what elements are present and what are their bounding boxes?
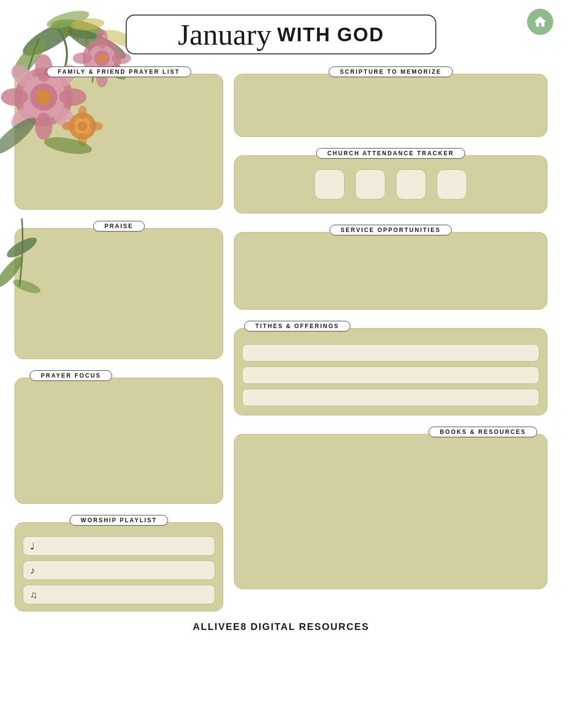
playlist-row-1[interactable]: ♩ [23, 536, 215, 556]
praise-section: PRAISE [15, 228, 223, 359]
prayer-focus-section: PRAYER FOCUS [15, 378, 223, 504]
playlist-row-3[interactable]: ♫ [23, 585, 215, 604]
books-label: BOOKS & RESOURCES [429, 427, 537, 437]
home-icon [533, 15, 547, 29]
worship-label: WORSHIP PLAYLIST [69, 515, 168, 526]
service-section: SERVICE OPPORTUNITIES [234, 232, 547, 310]
prayer-list-label: FAMILY & FRIEND PRAYER LIST [47, 66, 191, 77]
svg-point-0 [18, 16, 79, 62]
playlist-row-2[interactable]: ♪ [23, 561, 215, 580]
attendance-check-2[interactable] [355, 169, 385, 199]
tithe-row-2[interactable] [242, 366, 539, 384]
home-button[interactable] [527, 9, 553, 35]
attendance-label: CHURCH ATTENDANCE TRACKER [316, 148, 465, 159]
scripture-label: SCRIPTURE TO MEMORIZE [329, 66, 453, 77]
praise-label: PRAISE [93, 221, 145, 232]
title-sans: WITH GOD [277, 24, 384, 46]
attendance-section: CHURCH ATTENDANCE TRACKER [234, 155, 547, 214]
svg-point-7 [70, 17, 105, 32]
attendance-check-4[interactable] [437, 169, 467, 199]
main-layout: FAMILY & FRIEND PRAYER LIST PRAISE PRAYE… [15, 63, 547, 612]
svg-point-28 [112, 52, 131, 64]
scripture-section: SCRIPTURE TO MEMORIZE [234, 74, 547, 137]
tithes-section: TITHES & OFFERINGS [234, 328, 547, 415]
svg-point-27 [73, 52, 92, 64]
svg-point-3 [65, 22, 129, 65]
tithe-row-3[interactable] [242, 389, 539, 406]
prayer-focus-label: PRAYER FOCUS [30, 370, 112, 381]
music-note-3: ♫ [30, 589, 37, 600]
music-note-2: ♪ [30, 565, 35, 576]
footer-text: ALLIVEE8 DIGITAL RESOURCES [193, 621, 369, 632]
attendance-check-3[interactable] [396, 169, 426, 199]
title-box: January WITH GOD [126, 15, 436, 54]
svg-point-1 [50, 16, 106, 43]
tithe-rows [242, 344, 539, 406]
worship-playlist-section: WORSHIP PLAYLIST ♩ ♪ ♫ [15, 522, 223, 612]
svg-point-4 [45, 7, 91, 32]
attendance-check-1[interactable] [314, 169, 345, 199]
books-section: BOOKS & RESOURCES [234, 434, 547, 589]
tithe-row-1[interactable] [242, 344, 539, 362]
playlist-rows: ♩ ♪ ♫ [23, 536, 215, 604]
svg-point-25 [96, 29, 108, 49]
attendance-checkboxes [242, 165, 539, 199]
right-column: SCRIPTURE TO MEMORIZE CHURCH ATTENDANCE … [234, 63, 547, 612]
svg-point-24 [98, 54, 106, 62]
left-column: FAMILY & FRIEND PRAYER LIST PRAISE PRAYE… [15, 63, 223, 612]
service-label: SERVICE OPPORTUNITIES [330, 225, 452, 235]
prayer-list-section: FAMILY & FRIEND PRAYER LIST [15, 74, 223, 210]
footer: ALLIVEE8 DIGITAL RESOURCES [15, 621, 547, 632]
title-script: January [178, 19, 271, 50]
music-note-1: ♩ [30, 540, 34, 552]
tithes-label: TITHES & OFFERINGS [244, 321, 350, 331]
page: January WITH GOD FAMILY & FRIEND PRAYER … [0, 0, 562, 728]
